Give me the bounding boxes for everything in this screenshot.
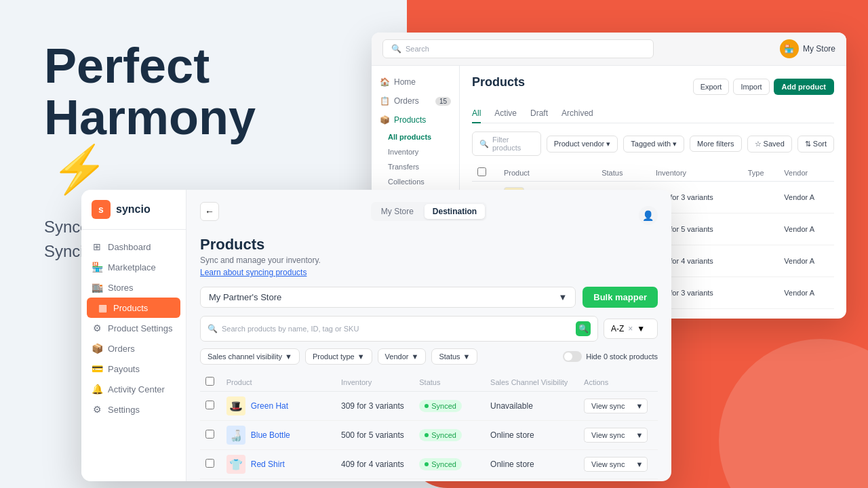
search-icon: 🔍 — [208, 324, 218, 333]
sh-sub-inventory[interactable]: Inventory — [372, 144, 459, 159]
export-button[interactable]: Export — [693, 79, 730, 95]
inventory-cell: 409 for 4 variants — [336, 450, 414, 479]
sh-col-type: Type — [743, 164, 779, 182]
product-name[interactable]: Red Shirt — [251, 460, 285, 469]
product-vendor-filter[interactable]: Product vendor ▾ — [547, 136, 618, 152]
row-checkbox[interactable] — [205, 430, 214, 439]
sidebar-icon: 🏬 — [92, 282, 102, 293]
sh-sidebar-products[interactable]: 📦 Products — [372, 110, 459, 129]
sh-col-vendor: Vendor — [778, 164, 834, 182]
product-search-box[interactable]: 🔍 Search products by name, ID, tag or SK… — [200, 316, 598, 342]
sort-chevron-icon: ▼ — [637, 324, 645, 333]
store-tab-destination[interactable]: Destination — [425, 204, 485, 219]
product-thumbnail: 👕 — [226, 455, 245, 474]
sh-tab-active[interactable]: Active — [494, 104, 517, 123]
profile-button[interactable]: 👤 — [639, 206, 658, 225]
col-actions: Actions — [578, 373, 658, 392]
sidebar-icon: 🏪 — [92, 262, 102, 272]
sh-page-title: Products — [472, 75, 525, 89]
sidebar-item-products[interactable]: ▦Products — [87, 298, 180, 318]
tagged-with-filter[interactable]: Tagged with ▾ — [623, 136, 684, 152]
more-filters-button[interactable]: More filters — [690, 136, 741, 152]
visibility-cell: Online store — [485, 450, 578, 479]
sh-tab-all[interactable]: All — [472, 104, 481, 123]
sh-sub-collections[interactable]: Collections — [372, 174, 459, 189]
sh-vendor-cell: Vendor A — [778, 277, 834, 309]
sort-box[interactable]: A-Z × ▼ — [604, 319, 658, 339]
home-icon: 🏠 — [380, 77, 390, 87]
sh-type-cell — [743, 214, 779, 245]
sh-filter-input[interactable]: 🔍 Filter products — [472, 131, 541, 156]
row-checkbox[interactable] — [205, 401, 214, 409]
products-table-container: Product Inventory Status Sales Channel V… — [200, 373, 658, 481]
search-placeholder: Search products by name, ID, tag or SKU — [222, 325, 572, 333]
store-tab-mystore[interactable]: My Store — [373, 204, 422, 219]
action-buttons: View sync ▼ — [584, 428, 652, 443]
col-inventory: Inventory — [336, 373, 414, 392]
vendor-filter[interactable]: Vendor ▼ — [378, 348, 427, 365]
chevron-down-icon: ▼ — [411, 352, 418, 361]
filter-placeholder: Filter products — [492, 136, 534, 152]
sidebar-item-activity-center[interactable]: 🔔Activity Center — [81, 379, 186, 399]
sidebar-item-settings[interactable]: ⚙Settings — [81, 399, 186, 420]
sh-tab-draft[interactable]: Draft — [530, 104, 548, 123]
product-cell: 🎩 Green Hat — [226, 396, 330, 415]
hide-toggle-label: Hide 0 stock products — [586, 352, 658, 361]
product-thumbnail: 🎩 — [226, 396, 245, 415]
sh-sub-transfers[interactable]: Transfers — [372, 159, 459, 174]
sh-select-all-checkbox[interactable] — [477, 167, 486, 176]
sort-clear-icon[interactable]: × — [628, 324, 633, 333]
action-main-button[interactable]: View sync — [584, 457, 631, 472]
sidebar-item-marketplace[interactable]: 🏪Marketplace — [81, 257, 186, 277]
status-filter[interactable]: Status ▼ — [431, 348, 477, 365]
action-caret-button[interactable]: ▼ — [631, 428, 648, 443]
sh-sub-all-products[interactable]: All products — [372, 129, 459, 144]
product-type-filter[interactable]: Product type ▼ — [305, 348, 372, 365]
store-row: My Partner's Store ▼ Bulk mapper — [200, 287, 658, 308]
lightning-icon: ⚡ — [51, 143, 108, 195]
select-all-checkbox[interactable] — [205, 377, 214, 386]
shopify-store-name: My Store — [803, 44, 835, 54]
search-button[interactable]: 🔍 — [576, 321, 591, 336]
inventory-cell: 309 for 3 variants — [336, 392, 414, 421]
sidebar-item-dashboard[interactable]: ⊞Dashboard — [81, 237, 186, 257]
inventory-cell: 300 for 3 variants — [336, 479, 414, 482]
chevron-down-icon: ▼ — [285, 352, 292, 361]
sort-button[interactable]: ⇅ Sort — [797, 136, 834, 152]
sidebar-item-payouts[interactable]: 💳Payouts — [81, 359, 186, 379]
action-main-button[interactable]: View sync — [584, 399, 631, 413]
product-name[interactable]: Green Hat — [251, 401, 288, 411]
sh-tab-archived[interactable]: Archived — [561, 104, 593, 123]
filter-search-icon: 🔍 — [479, 140, 489, 148]
hero-title-text: Perfect Harmony — [44, 39, 256, 144]
action-main-button[interactable]: View sync — [584, 428, 631, 443]
store-selector[interactable]: My Partner's Store ▼ — [200, 287, 576, 308]
sh-type-cell — [743, 182, 779, 214]
product-name[interactable]: Blue Bottle — [251, 430, 290, 440]
saved-button[interactable]: ☆ Saved — [747, 136, 792, 152]
sidebar-item-product-settings[interactable]: ⚙Product Settings — [81, 318, 186, 338]
hide-toggle-switch[interactable] — [563, 351, 582, 362]
sidebar-item-orders[interactable]: 📦Orders — [81, 338, 186, 359]
row-checkbox[interactable] — [205, 459, 214, 468]
sidebar-item-stores[interactable]: 🏬Stores — [81, 277, 186, 298]
import-button[interactable]: Import — [733, 79, 769, 95]
action-caret-button[interactable]: ▼ — [631, 457, 648, 472]
add-product-button[interactable]: Add product — [774, 79, 834, 95]
sh-sidebar-home[interactable]: 🏠 Home — [372, 73, 459, 92]
shopify-search-box[interactable]: 🔍 Search — [382, 39, 654, 58]
action-buttons: View sync ▼ — [584, 399, 652, 413]
back-button[interactable]: ← — [200, 202, 219, 221]
action-caret-button[interactable]: ▼ — [631, 399, 648, 413]
sales-channel-filter[interactable]: Sales channel visibility ▼ — [200, 348, 300, 365]
col-product: Product — [221, 373, 336, 392]
table-row: 🍶 Blue Bottle 500 for 5 variants Synced … — [200, 421, 658, 450]
learn-about-syncing-link[interactable]: Learn about syncing products — [200, 268, 658, 277]
visibility-cell: Unavailable — [485, 392, 578, 421]
search-icon: 🔍 — [391, 44, 401, 54]
shopify-avatar: 🏪 — [780, 39, 799, 58]
sort-value: A-Z — [611, 324, 624, 333]
search-row: 🔍 Search products by name, ID, tag or SK… — [200, 316, 658, 342]
bulk-mapper-button[interactable]: Bulk mapper — [583, 287, 658, 308]
sh-sidebar-orders[interactable]: 📋 Orders 15 — [372, 92, 459, 110]
